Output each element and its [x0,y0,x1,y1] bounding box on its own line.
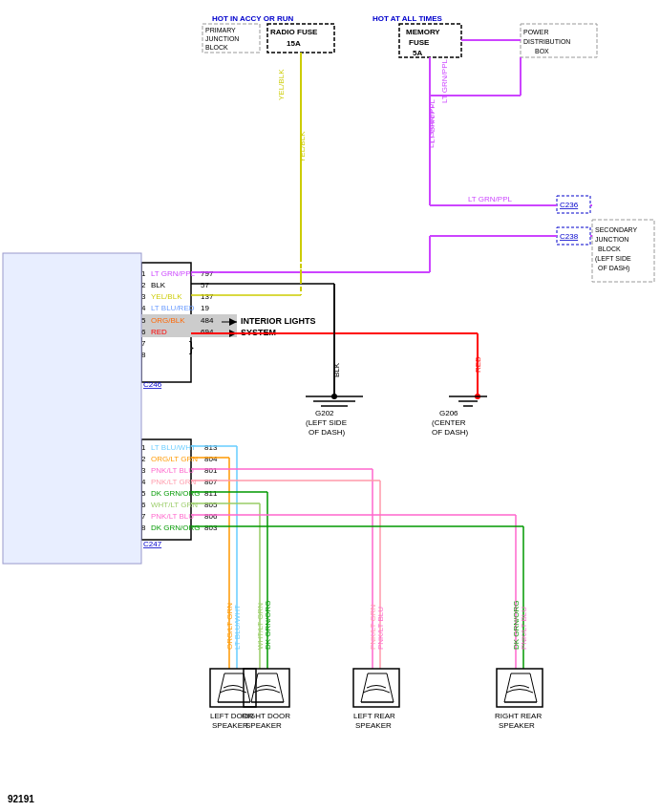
svg-text:PRIMARY: PRIMARY [205,27,236,33]
svg-text:2: 2 [141,281,146,289]
svg-text:PNK/LT BLU: PNK/LT BLU [151,466,194,475]
svg-text:LT GRN/PPL: LT GRN/PPL [468,195,512,203]
svg-text:HOT IN ACCY OR RUN: HOT IN ACCY OR RUN [212,14,294,23]
svg-text:1: 1 [141,269,146,278]
svg-text:OF DASH): OF DASH) [309,428,346,437]
svg-text:INTERIOR LIGHTS: INTERIOR LIGHTS [241,316,316,326]
svg-text:(LEFT SIDE: (LEFT SIDE [595,255,631,263]
svg-text:5: 5 [141,489,146,498]
svg-text:7: 7 [141,339,146,348]
svg-text:57: 57 [201,281,209,289]
svg-text:BOX: BOX [535,48,549,54]
svg-text:137: 137 [201,292,214,301]
svg-text:DK GRN/ORG: DK GRN/ORG [151,489,201,498]
svg-text:ORG/BLK: ORG/BLK [151,316,185,325]
svg-text:WHT/LT GRN: WHT/LT GRN [151,501,198,509]
svg-text:ORG/LT GRN: ORG/LT GRN [151,455,198,463]
svg-text:8: 8 [141,351,146,359]
svg-text:811: 811 [204,489,218,498]
svg-text:RADIO FUSE: RADIO FUSE [270,28,318,36]
svg-text:1: 1 [141,443,146,452]
svg-text:8: 8 [141,524,146,532]
svg-text:DK GRN/ORG: DK GRN/ORG [264,600,272,650]
svg-text:797: 797 [201,269,214,278]
svg-text:RED: RED [151,328,167,336]
svg-text:5A: 5A [413,49,422,57]
svg-text:804: 804 [204,455,218,463]
diagram-svg: HOT IN ACCY OR RUN HOT AT ALL TIMES PRIM… [0,0,660,812]
svg-text:POWER: POWER [523,29,548,35]
svg-text:BLOCK: BLOCK [598,246,621,252]
svg-text:PNK/LT BLU: PNK/LT BLU [151,512,194,521]
svg-text:OF DASH): OF DASH) [598,265,629,272]
svg-text:(LEFT SIDE: (LEFT SIDE [306,418,347,427]
svg-text:801: 801 [204,466,218,475]
svg-text:HOT AT ALL TIMES: HOT AT ALL TIMES [373,14,443,23]
svg-text:694: 694 [201,328,214,336]
svg-text:7: 7 [141,512,146,521]
svg-text:YEL/BLK: YEL/BLK [298,131,307,162]
svg-text:G202: G202 [315,409,334,417]
svg-text:PNK/LT BLU: PNK/LT BLU [520,607,528,650]
svg-text:3: 3 [141,466,146,475]
svg-text:SECONDARY: SECONDARY [595,226,638,233]
svg-text:BLK: BLK [151,281,166,289]
svg-text:92191: 92191 [8,794,34,804]
svg-text:SPEAKER: SPEAKER [499,721,535,730]
svg-text:3: 3 [141,292,146,301]
svg-text:805: 805 [204,501,218,509]
svg-text:LT GRN/PPL: LT GRN/PPL [151,269,195,278]
svg-text:FUSE: FUSE [409,38,430,47]
svg-text:484: 484 [201,316,214,325]
svg-text:OF DASH): OF DASH) [432,428,469,437]
svg-text:DISTRIBUTION: DISTRIBUTION [523,38,570,45]
svg-text:LT GRN/PPL: LT GRN/PPL [440,59,449,103]
svg-text:806: 806 [204,512,218,521]
svg-text:15A: 15A [287,39,301,48]
svg-text:C236: C236 [560,201,579,209]
svg-text:SPEAKER: SPEAKER [245,721,282,730]
svg-text:RIGHT DOOR: RIGHT DOOR [242,712,290,720]
svg-text:LT BLU/WHT: LT BLU/WHT [151,443,196,452]
svg-text:C238: C238 [560,232,579,241]
svg-text:RED: RED [474,356,482,373]
svg-text:4: 4 [141,304,146,312]
svg-text:LT BLU/RED: LT BLU/RED [151,304,195,312]
svg-text:SPEAKER: SPEAKER [355,721,392,730]
svg-text:LT GRN/PPL: LT GRN/PPL [427,104,436,148]
svg-text:YEL/BLK: YEL/BLK [277,69,286,100]
svg-text:MEMORY: MEMORY [406,28,440,36]
svg-text:BLOCK: BLOCK [205,44,228,51]
svg-text:SPEAKER: SPEAKER [212,721,248,730]
svg-text:813: 813 [204,443,218,452]
svg-text:PNK/LT GRN: PNK/LT GRN [151,478,196,486]
svg-text:JUNCTION: JUNCTION [205,35,239,42]
svg-text:807: 807 [204,478,218,486]
svg-text:PNK/LT BLU: PNK/LT BLU [376,607,385,650]
svg-text:LT BLU/WHT: LT BLU/WHT [233,605,242,650]
svg-text:YEL/BLK: YEL/BLK [151,292,182,301]
svg-text:C246: C246 [143,380,162,389]
svg-text:19: 19 [201,304,209,312]
svg-text:(CENTER: (CENTER [432,418,466,427]
svg-rect-188 [3,253,141,564]
svg-text:G206: G206 [439,409,458,417]
svg-text:}: } [189,339,194,354]
svg-text:2: 2 [141,455,146,463]
svg-text:LEFT REAR: LEFT REAR [353,712,395,720]
svg-text:DK GRN/ORG: DK GRN/ORG [151,524,201,532]
svg-text:JUNCTION: JUNCTION [595,236,628,243]
svg-text:C247: C247 [143,540,162,548]
svg-text:4: 4 [141,478,146,486]
wiring-diagram: HOT IN ACCY OR RUN HOT AT ALL TIMES PRIM… [0,0,660,812]
svg-text:6: 6 [141,501,146,509]
svg-text:803: 803 [204,524,218,532]
svg-text:6: 6 [141,328,146,336]
svg-text:5: 5 [141,316,146,325]
svg-text:RIGHT REAR: RIGHT REAR [495,712,542,720]
